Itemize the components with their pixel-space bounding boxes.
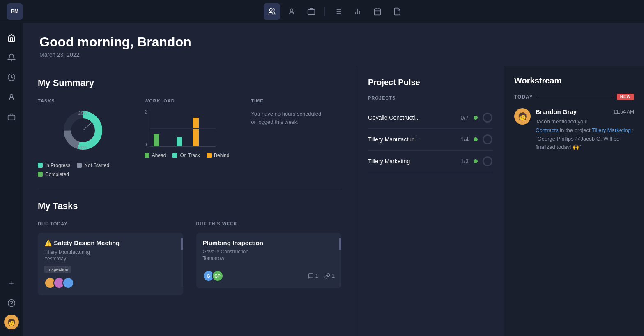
nav-calendar-btn[interactable] [369,3,386,20]
svg-rect-18 [8,115,15,120]
workstream-today-label: TODAY [514,94,533,100]
project-name-0: Govalle Constructi... [368,114,461,121]
my-summary-title: My Summary [38,78,341,88]
app-logo[interactable]: PM [7,3,23,20]
my-tasks-title: My Tasks [38,201,341,211]
completed-label: Completed [45,171,69,177]
svg-rect-2 [308,9,315,14]
sidebar-portfolio-icon[interactable] [3,109,20,125]
project-status-dot-2 [474,159,478,163]
bar-behind-3 [193,118,199,146]
inprogress-label: In Progress [45,162,70,168]
workstream-link-contracts[interactable]: Contracts [536,127,559,133]
nav-people-btn[interactable] [264,3,280,20]
workstream-header: Brandon Gray 11:54 AM [536,108,634,115]
bar-group-1 [154,134,166,146]
nav-list-btn[interactable] [330,3,346,20]
workstream-link-tillery[interactable]: Tillery Marketing [592,127,631,133]
top-nav-icons [31,3,637,20]
task-avatars-safety [44,277,177,289]
tasks-legend: In Progress Not Started Completed [38,162,128,177]
summary-divider [38,189,341,189]
project-count-0: 0/7 [461,114,469,121]
bar-group-2 [170,137,182,146]
project-name-2: Tillery Marketing [368,158,461,165]
legend-inprogress: In Progress [38,162,70,168]
page-greeting: Good morning, Brandon [39,35,628,50]
task-title-safety: ⚠️ Safety Design Meeting [44,239,177,247]
sidebar-people-icon[interactable] [3,89,20,105]
scroll-thumb-right [339,238,341,250]
workstream-title: Workstream [514,76,634,86]
bar-group-3 [186,118,199,146]
task-date-plumbing: Tomorrow [203,255,335,261]
project-status-dot-1 [474,137,478,141]
task-project-plumbing: Govalle Construction [203,249,335,255]
workstream-today-row: TODAY NEW [514,94,634,100]
nav-chart-btn[interactable] [350,3,366,20]
project-row-1: Tillery Manufacturi... 1/4 [368,129,492,151]
sidebar: + 🧑 [0,23,23,336]
link-num: 1 [332,273,335,279]
legend-ahead: Ahead [145,153,166,158]
nav-team-btn[interactable] [283,3,300,20]
nav-briefcase-btn[interactable] [303,3,320,20]
content-area: Good morning, Brandon March 23, 2022 My … [23,23,644,336]
task-card-safety: ⚠️ Safety Design Meeting Tillery Manufac… [38,233,183,295]
inprogress-dot [38,163,43,168]
workstream-mention: Jacob mentioned you! [536,118,588,125]
project-row-2: Tillery Marketing 1/3 [368,151,492,172]
time-text: You have no hours scheduled or logged th… [251,110,325,126]
tasks-block: TASKS 20% [38,98,128,177]
sidebar-notification-icon[interactable] [3,49,20,66]
page-date: March 23, 2022 [39,51,628,58]
sidebar-help-icon[interactable] [3,295,20,311]
bar-ahead-1 [154,134,159,146]
right-panel: Workstream TODAY NEW 🧑 Brandon Gray 11:5… [504,66,644,336]
sidebar-bottom: + 🧑 [3,275,20,329]
pie-pct-top: 20% [78,111,87,116]
scroll-track [181,238,183,287]
svg-point-0 [269,8,272,11]
task-tag-inspection: Inspection [44,266,71,273]
workstream-body: Brandon Gray 11:54 AM Jacob mentioned yo… [536,108,634,152]
legend-notstarted: Not Started [77,162,109,168]
workstream-middle-text: in the project [560,127,592,133]
three-cols: My Summary TASKS 20% [23,66,644,336]
due-thisweek-col: DUE THIS WEEK Plumbing Inspection Govall… [196,221,342,300]
due-thisweek-label: DUE THIS WEEK [196,221,342,226]
middle-panel: Project Pulse PROJECTS Govalle Construct… [356,66,504,336]
svg-line-25 [83,122,92,130]
nav-divider [324,7,325,16]
tasks-label: TASKS [38,98,128,103]
workstream-panel: Workstream TODAY NEW 🧑 Brandon Gray 11:5… [504,66,644,162]
workstream-entry: 🧑 Brandon Gray 11:54 AM Jacob mentioned … [514,108,634,152]
comment-num: 1 [315,273,318,279]
task-card-plumbing: Plumbing Inspection Govalle Construction… [196,233,342,288]
project-ring-0 [483,113,492,123]
y-label-2: 2 [145,110,147,114]
warning-icon: ⚠️ [44,239,52,246]
task-date-safety: Yesterday [44,256,177,262]
main-layout: + 🧑 Good morning, Brandon March 23, 2022… [0,23,644,336]
scroll-track-right [339,238,341,287]
pie-container: 20% [38,110,128,177]
time-block: TIME You have no hours scheduled or logg… [251,98,341,126]
sidebar-clock-icon[interactable] [3,69,20,86]
ahead-dot [145,153,150,158]
project-pulse-title: Project Pulse [368,78,492,87]
nav-doc-btn[interactable] [389,3,405,20]
time-label: TIME [251,98,341,103]
plumbing-avatar-2: GP [212,270,223,282]
scroll-thumb [181,238,183,250]
sidebar-user-avatar[interactable]: 🧑 [4,315,19,329]
legend-ontrack: On Track [172,153,200,158]
behind-label: Behind [214,153,229,158]
project-status-dot-0 [474,116,478,120]
sidebar-add-icon[interactable]: + [3,275,20,292]
sidebar-home-icon[interactable] [3,30,20,46]
workstream-time: 11:54 AM [613,109,634,115]
completed-dot [38,172,43,177]
workstream-avatar: 🧑 [514,108,531,125]
behind-dot [207,153,212,158]
